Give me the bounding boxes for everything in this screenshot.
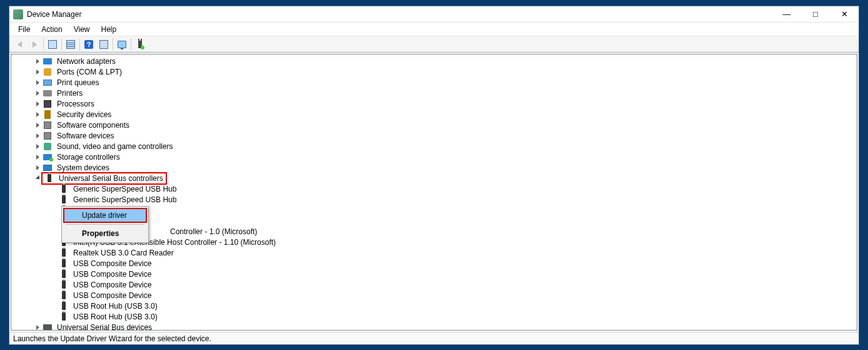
menu-help[interactable]: Help (96, 24, 122, 35)
usb-device-item[interactable]: USB Composite Device (11, 279, 857, 290)
status-text: Launches the Update Driver Wizard for th… (13, 334, 211, 343)
device-manager-window: Device Manager ― □ ✕ File Action View He… (9, 6, 859, 345)
maximize-button[interactable]: □ (801, 6, 830, 23)
properties-button[interactable] (63, 38, 78, 51)
expander-icon[interactable] (34, 79, 41, 86)
tree-item-label: System devices (55, 163, 111, 173)
category-item[interactable]: Software components (11, 120, 857, 130)
category-item[interactable]: Ports (COM & LPT) (11, 66, 857, 77)
minimize-button[interactable]: ― (772, 6, 801, 23)
toolbar-separator (131, 38, 131, 51)
statusbar: Launches the Update Driver Wizard for th… (9, 332, 859, 344)
tree-item-label: Generic SuperSpeed USB Hub (71, 184, 178, 194)
printer-icon (43, 88, 53, 98)
expander-icon[interactable] (34, 90, 41, 97)
menu-action[interactable]: Action (36, 24, 67, 35)
menubar: File Action View Help (9, 23, 859, 36)
usb-device-item[interactable]: USB Root Hub (USB 3.0) (11, 311, 857, 322)
app-icon (13, 9, 23, 19)
category-item[interactable]: Printers (11, 88, 857, 98)
expander-icon[interactable] (34, 153, 41, 161)
usb-icon (44, 173, 54, 183)
expander-icon[interactable] (34, 58, 41, 65)
category-item[interactable]: Software devices (11, 130, 857, 141)
expander-icon[interactable] (34, 121, 41, 129)
tree-item-label: Realtek USB 3.0 Card Reader (71, 248, 176, 258)
nav-forward-button[interactable] (27, 38, 42, 51)
expander-icon[interactable] (34, 175, 41, 182)
menu-file[interactable]: File (13, 24, 35, 35)
soft-icon (43, 131, 53, 141)
usb-device-item[interactable]: Generic SuperSpeed USB Hub (11, 194, 857, 205)
category-item[interactable]: Network adapters (11, 56, 857, 66)
expander-icon[interactable] (34, 324, 41, 331)
storage-icon (43, 152, 53, 162)
expander-icon[interactable] (34, 68, 41, 76)
category-item[interactable]: Sound, video and game controllers (11, 141, 857, 152)
category-item[interactable]: Storage controllers (11, 152, 857, 162)
device-tree[interactable]: Network adaptersPorts (COM & LPT)Print q… (11, 54, 857, 330)
tree-item-label: Security devices (55, 110, 113, 120)
category-usb-controllers[interactable]: Universal Serial Bus controllers (11, 173, 857, 183)
show-hide-tree-button[interactable] (45, 38, 60, 51)
properties-icon (66, 40, 75, 49)
arrow-left-icon (18, 41, 22, 48)
tree-item-label: USB Root Hub (USB 3.0) (71, 312, 159, 322)
printq-icon (43, 78, 53, 88)
tree-item-label: USB Composite Device (71, 280, 153, 290)
usb-icon (59, 248, 69, 258)
category-item[interactable]: Processors (11, 98, 857, 109)
usb-icon (59, 312, 69, 322)
nav-back-button[interactable] (12, 38, 27, 51)
usb-device-item[interactable]: USB Composite Device (11, 290, 857, 301)
tree-item-label: Printers (55, 88, 84, 98)
menu-view[interactable]: View (69, 24, 95, 35)
category-item[interactable]: Security devices (11, 109, 857, 120)
expander-icon[interactable] (34, 164, 41, 172)
cpu-icon (43, 99, 53, 109)
category-item[interactable]: Print queues (11, 77, 857, 88)
add-legacy-hardware-button[interactable] (133, 38, 148, 51)
net-icon (43, 56, 53, 66)
category-item[interactable]: System devices (11, 162, 857, 173)
tree-item-label: Generic SuperSpeed USB Hub (71, 195, 178, 205)
context-menu: Update driverProperties (61, 206, 149, 243)
expander-icon[interactable] (34, 143, 41, 150)
toolbar-separator (61, 38, 62, 51)
usb-icon (59, 280, 69, 290)
expander-icon[interactable] (34, 100, 41, 108)
tree-item-label: Universal Serial Bus devices (55, 322, 154, 331)
tree-item-label: Sound, video and game controllers (55, 142, 174, 152)
usb-icon (59, 291, 69, 301)
help-icon: ? (84, 40, 93, 49)
sec-icon (43, 110, 53, 120)
tree-item-label: Processors (55, 99, 96, 109)
close-button[interactable]: ✕ (830, 6, 859, 23)
context-properties[interactable]: Properties (63, 226, 147, 241)
usb-device-item[interactable]: USB Root Hub (USB 3.0) (11, 301, 857, 311)
usb-device-item[interactable]: Realtek USB 3.0 Card Reader (11, 247, 857, 258)
usb-device-item[interactable]: USB Composite Device (11, 258, 857, 269)
menu-separator (66, 224, 144, 225)
tree-item-label: Software devices (55, 131, 116, 141)
arrow-right-icon (33, 41, 37, 48)
tree-item-label: Software components (55, 120, 131, 130)
tree-item-label: USB Composite Device (71, 269, 153, 279)
scan-hardware-button[interactable] (114, 38, 129, 51)
tree-item-label: Storage controllers (55, 152, 122, 162)
tree-item-label: Print queues (55, 78, 101, 88)
usb-device-item[interactable]: USB Composite Device (11, 269, 857, 279)
action-button[interactable] (96, 38, 111, 51)
tree-item-label: Ports (COM & LPT) (55, 67, 124, 77)
category-item[interactable]: Universal Serial Bus devices (11, 322, 857, 330)
titlebar: Device Manager ― □ ✕ (9, 6, 859, 23)
context-update-driver[interactable]: Update driver (63, 208, 147, 223)
usb-device-item[interactable]: Generic SuperSpeed USB Hub (11, 183, 857, 194)
expander-icon[interactable] (34, 132, 41, 140)
plug-add-icon (138, 41, 142, 48)
port-icon (43, 67, 53, 77)
help-button[interactable]: ? (81, 38, 96, 51)
tree-item-label: USB Composite Device (71, 291, 153, 301)
toolbar: ? (9, 36, 859, 53)
expander-icon[interactable] (34, 111, 41, 118)
